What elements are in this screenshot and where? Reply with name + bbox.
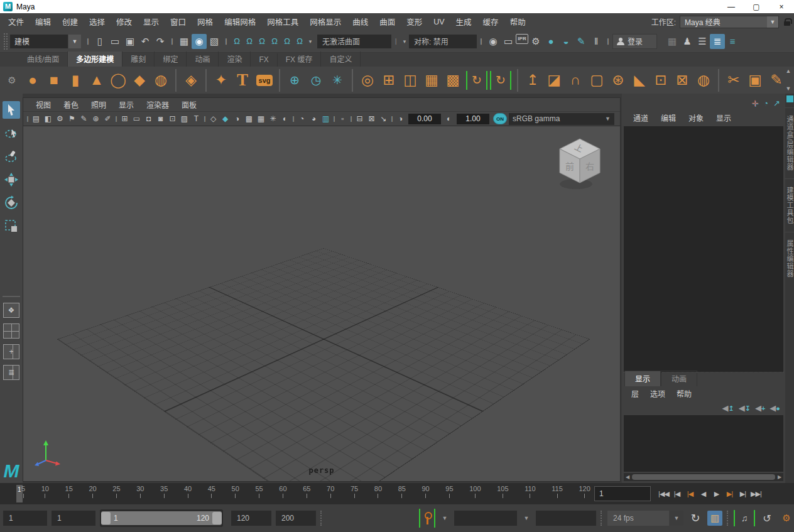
- viewport-canvas[interactable]: 上 前 右 persp: [23, 126, 620, 481]
- workspace-indicator-icon[interactable]: [786, 95, 793, 102]
- bookmark-icon[interactable]: ⚑: [66, 113, 78, 125]
- shelf-tab[interactable]: 曲线/曲面: [19, 52, 68, 67]
- image-plane-icon[interactable]: ▨: [178, 113, 190, 125]
- shelf-tab[interactable]: FX 缓存: [278, 52, 322, 67]
- snap-point-icon[interactable]: Ω: [256, 34, 268, 49]
- redo-icon[interactable]: ↷: [153, 34, 168, 49]
- chevron-down-icon[interactable]: ▼: [670, 511, 683, 526]
- menubar-item[interactable]: 文件: [3, 16, 30, 28]
- select-component-icon[interactable]: ▧: [207, 34, 222, 49]
- occlusion-icon[interactable]: ◔: [296, 113, 308, 125]
- field-chart-icon[interactable]: ⊡: [166, 113, 178, 125]
- auto-keyframe-toggle[interactable]: [419, 509, 435, 528]
- origin-snap-icon[interactable]: ✳: [327, 70, 348, 91]
- channel-box-toggle-icon[interactable]: ☰: [695, 34, 710, 49]
- shelf-tab[interactable]: 绑定: [155, 52, 187, 67]
- layer-editor-menu-item[interactable]: 层: [626, 388, 644, 399]
- snap-projected-center-icon[interactable]: Ω: [268, 34, 281, 49]
- viewport-menu-item[interactable]: 着色: [57, 99, 85, 110]
- animation-preferences-icon[interactable]: ⚙: [779, 511, 794, 526]
- polygon-torus-icon[interactable]: ◯: [107, 70, 129, 91]
- exposure-icon[interactable]: ◑: [394, 113, 406, 125]
- scroll-down-icon[interactable]: ▼: [786, 85, 791, 92]
- construction-history-icon[interactable]: ▦: [665, 34, 680, 49]
- retopologize-icon[interactable]: ↻: [490, 71, 511, 90]
- step-back-key-button[interactable]: |◀: [683, 486, 697, 502]
- menubar-item[interactable]: UV: [428, 18, 450, 26]
- symmetry-field[interactable]: 对称: 禁用: [409, 35, 477, 48]
- step-forward-frame-button[interactable]: ▶|: [736, 486, 749, 502]
- playblast-icon[interactable]: ▥: [707, 511, 722, 526]
- menubar-item[interactable]: 缓存: [477, 16, 504, 28]
- playback-start-field[interactable]: 1: [52, 511, 95, 526]
- polygon-type-icon[interactable]: T: [232, 70, 253, 91]
- layer-editor-tab[interactable]: 动画: [661, 371, 697, 386]
- anim-layer-field[interactable]: [536, 511, 596, 526]
- layer-editor-tab[interactable]: 显示: [624, 371, 661, 386]
- shelf-tab[interactable]: 动画: [187, 52, 219, 67]
- animation-start-field[interactable]: 1: [3, 511, 47, 526]
- login-button[interactable]: 登录: [612, 34, 657, 49]
- resolution-gate-icon[interactable]: ◘: [143, 113, 155, 125]
- xray-icon[interactable]: ▥: [320, 113, 332, 125]
- menubar-item[interactable]: 变形: [401, 16, 428, 28]
- bevel-icon[interactable]: ◣: [629, 70, 650, 91]
- menubar-item[interactable]: 编辑: [30, 16, 57, 28]
- character-controls-icon[interactable]: ♟: [680, 34, 695, 49]
- animation-end-field[interactable]: 200: [276, 511, 316, 526]
- hud-icon[interactable]: T: [190, 113, 202, 125]
- range-end-handle[interactable]: [212, 512, 222, 524]
- play-forwards-button[interactable]: ▶: [710, 486, 723, 502]
- chevron-down-icon[interactable]: ▾: [400, 35, 409, 48]
- lights-icon[interactable]: ✳: [267, 113, 279, 125]
- super-shape-icon[interactable]: ✦: [210, 70, 232, 91]
- live-surface-field[interactable]: 无激活曲面: [317, 35, 391, 48]
- snap-grid-icon[interactable]: Ω: [231, 34, 243, 49]
- workspace-dropdown[interactable]: Maya 经典 ▼: [680, 16, 779, 28]
- boolean-union-icon[interactable]: ▦: [421, 70, 442, 91]
- shelf-tab[interactable]: FX: [251, 53, 277, 67]
- camera-icon[interactable]: ▤: [30, 113, 42, 125]
- select-object-icon[interactable]: ◉: [192, 34, 207, 49]
- extrude-icon[interactable]: ↥: [522, 70, 543, 91]
- playback-end-field[interactable]: 120: [231, 511, 271, 526]
- section-collapse-icon[interactable]: ❙: [604, 34, 612, 49]
- isolate-select-icon[interactable]: ▫: [337, 113, 349, 125]
- layer-move-up-icon[interactable]: ◀↥: [722, 403, 734, 413]
- chevron-down-icon[interactable]: ▼: [767, 16, 778, 28]
- tab-modeling-toolkit[interactable]: 建模工具包: [785, 178, 794, 232]
- graph-icon[interactable]: ↗: [773, 99, 780, 108]
- smooth-mesh-icon[interactable]: ◎: [357, 70, 378, 91]
- close-button[interactable]: ×: [769, 0, 794, 13]
- polygon-sphere-icon[interactable]: ●: [22, 70, 43, 91]
- motion-blur-icon[interactable]: ◕: [308, 113, 320, 125]
- audio-toggle[interactable]: ♫: [734, 510, 755, 526]
- chevron-down-icon[interactable]: ▼: [68, 35, 81, 48]
- chevron-down-icon[interactable]: ▾: [306, 35, 315, 48]
- paint-select-tool-button[interactable]: [3, 148, 20, 165]
- remesh-icon[interactable]: ↻: [466, 71, 487, 90]
- maximize-button[interactable]: ▢: [744, 0, 769, 13]
- layer-new-selected-icon[interactable]: ◀●: [770, 403, 780, 413]
- menubar-item[interactable]: 网格: [192, 16, 219, 28]
- menubar-item[interactable]: 显示: [138, 16, 165, 28]
- new-scene-icon[interactable]: ▯: [92, 34, 107, 49]
- shelf-tab[interactable]: 雕刻: [122, 52, 155, 67]
- viewport-menu-item[interactable]: 显示: [112, 99, 140, 110]
- gamma-field[interactable]: 1.00: [457, 114, 489, 124]
- pan-zoom-2d-icon[interactable]: ⊟: [354, 113, 366, 125]
- gate-mask-icon[interactable]: ◙: [155, 113, 166, 125]
- menu-set-dropdown[interactable]: 建模: [10, 35, 68, 48]
- multi-pane-icon[interactable]: ⊠: [366, 113, 378, 125]
- menubar-item[interactable]: 窗口: [165, 16, 192, 28]
- lock-workspace-icon[interactable]: [784, 18, 790, 26]
- layout-outliner-button[interactable]: ≣: [3, 365, 19, 380]
- layer-editor-menu-item[interactable]: 选项: [644, 388, 671, 399]
- paint-settings-icon[interactable]: ✎: [574, 34, 589, 49]
- loop-playback-icon[interactable]: ↻: [688, 511, 703, 526]
- select-hierarchy-icon[interactable]: ▦: [177, 34, 192, 49]
- annotate-icon[interactable]: ✐: [102, 113, 114, 125]
- section-collapse-icon[interactable]: ❙: [222, 34, 231, 49]
- shelf-tab[interactable]: 自定义: [321, 52, 361, 67]
- textured-icon[interactable]: ▩: [243, 113, 255, 125]
